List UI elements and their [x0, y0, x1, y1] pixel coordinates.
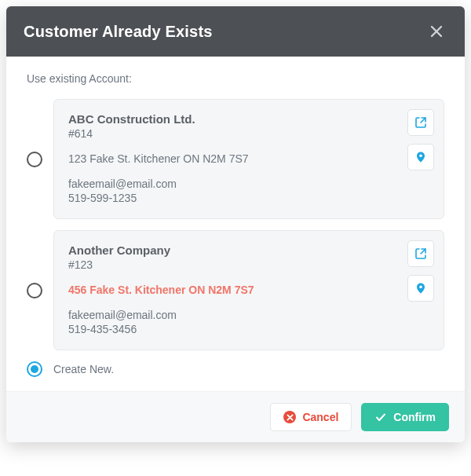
cancel-label: Cancel: [302, 411, 338, 423]
card-actions: [407, 240, 434, 302]
account-card[interactable]: Another Company #123 456 Fake St. Kitche…: [53, 230, 444, 350]
account-address: 456 Fake St. Kitchener ON N2M 7S7: [68, 284, 429, 296]
open-external-icon: [414, 116, 427, 129]
account-email: fakeemail@email.com: [68, 309, 429, 321]
modal-title: Customer Already Exists: [24, 23, 213, 41]
account-option: ABC Construction Ltd. #614 123 Fake St. …: [27, 99, 444, 219]
open-external-button[interactable]: [407, 240, 434, 267]
account-phone: 519-599-1235: [68, 192, 429, 204]
modal-body: Use existing Account: ABC Construction L…: [6, 57, 465, 391]
map-pin-icon: [414, 151, 427, 163]
prompt-text: Use existing Account:: [27, 72, 444, 85]
map-pin-button[interactable]: [407, 275, 434, 302]
card-actions: [407, 109, 434, 170]
create-new-label: Create New.: [53, 363, 114, 375]
map-pin-icon: [414, 282, 427, 295]
close-icon: [429, 24, 444, 38]
account-id: #614: [68, 127, 429, 140]
radio-account-0[interactable]: [27, 152, 42, 167]
modal-footer: Cancel Confirm: [6, 391, 465, 442]
modal-header: Customer Already Exists: [6, 6, 465, 57]
close-button[interactable]: [425, 20, 447, 42]
open-external-button[interactable]: [407, 109, 434, 136]
account-address: 123 Fake St. Kitchener ON N2M 7S7: [68, 152, 429, 165]
account-email: fakeemail@email.com: [68, 178, 429, 190]
account-card[interactable]: ABC Construction Ltd. #614 123 Fake St. …: [53, 99, 444, 219]
account-id: #123: [68, 258, 429, 271]
account-name: ABC Construction Ltd.: [68, 112, 429, 126]
customer-exists-modal: Customer Already Exists Use existing Acc…: [6, 6, 465, 442]
confirm-button[interactable]: Confirm: [361, 403, 449, 431]
check-icon: [374, 411, 387, 423]
account-phone: 519-435-3456: [68, 323, 429, 335]
create-new-option: Create New.: [27, 361, 444, 377]
svg-point-0: [419, 154, 422, 157]
confirm-label: Confirm: [393, 411, 436, 423]
cancel-circle-icon: [283, 411, 296, 423]
cancel-button[interactable]: Cancel: [270, 403, 352, 431]
map-pin-button[interactable]: [407, 144, 434, 170]
svg-point-1: [419, 285, 422, 288]
radio-account-1[interactable]: [27, 283, 42, 298]
account-name: Another Company: [68, 243, 429, 257]
open-external-icon: [414, 247, 427, 260]
x-icon: [287, 414, 294, 421]
account-option: Another Company #123 456 Fake St. Kitche…: [27, 230, 444, 350]
radio-create-new[interactable]: [27, 361, 42, 377]
